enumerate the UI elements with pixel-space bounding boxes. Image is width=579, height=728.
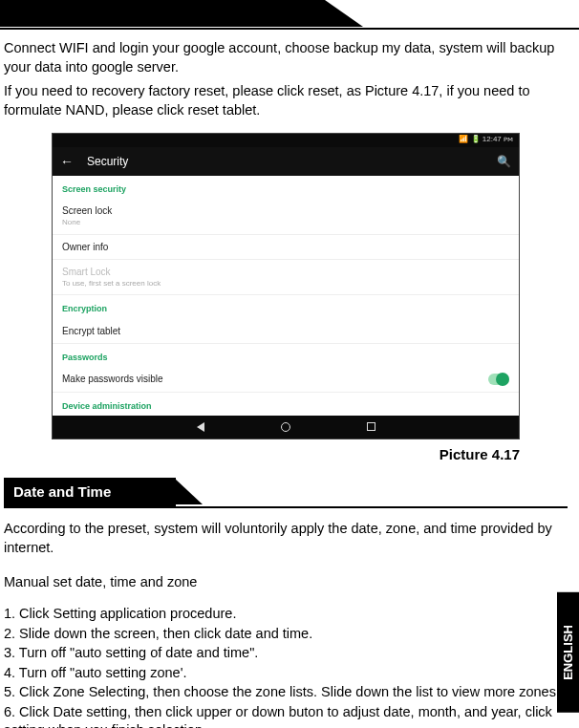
section-encryption: Encryption bbox=[53, 295, 519, 318]
status-right: 📶 🔋 12:47 ᴘᴍ bbox=[459, 135, 513, 143]
step-1: 1. Click Setting application procedure. bbox=[4, 605, 568, 624]
divider bbox=[4, 506, 568, 508]
step-4: 4. Turn off "auto setting zone'. bbox=[4, 664, 568, 683]
nav-bar bbox=[53, 416, 519, 439]
step-3: 3. Turn off "auto setting of date and ti… bbox=[4, 644, 568, 663]
step-6: 6. Click Date setting, then click upper … bbox=[4, 703, 568, 728]
row-password-visible[interactable]: Make passwords visible bbox=[53, 367, 519, 393]
step-5: 5. Click Zone Selecting, then choose the… bbox=[4, 683, 568, 702]
top-banner bbox=[0, 0, 325, 27]
nav-home-icon[interactable] bbox=[281, 422, 290, 432]
password-visible-label: Make passwords visible bbox=[62, 373, 163, 386]
intro-paragraph-2: If you need to recovery factory reset, p… bbox=[4, 82, 568, 119]
row-screen-lock[interactable]: Screen lock None bbox=[53, 199, 519, 234]
language-tab: ENGLISH bbox=[557, 592, 579, 713]
encrypt-tablet-label: Encrypt tablet bbox=[62, 325, 120, 338]
search-icon[interactable]: 🔍 bbox=[497, 154, 511, 169]
screen-title: Security bbox=[87, 154, 128, 169]
smart-lock-sub: To use, first set a screen lock bbox=[62, 279, 161, 289]
title-bar: ← Security 🔍 bbox=[53, 147, 519, 176]
manual-heading: Manual set date, time and zone bbox=[4, 573, 568, 592]
section-screen-security: Screen security bbox=[53, 176, 519, 199]
smart-lock-label: Smart Lock bbox=[62, 266, 161, 279]
nav-back-icon[interactable] bbox=[197, 422, 204, 432]
screen-lock-label: Screen lock bbox=[62, 204, 112, 218]
android-screenshot: 📶 🔋 12:47 ᴘᴍ ← Security 🔍 Screen securit… bbox=[52, 133, 520, 439]
intro-paragraph-1: Connect WIFI and login your google accou… bbox=[4, 39, 568, 76]
row-smart-lock: Smart Lock To use, first set a screen lo… bbox=[53, 260, 519, 295]
row-encrypt-tablet[interactable]: Encrypt tablet bbox=[53, 319, 519, 345]
figure-caption: Picture 4.17 bbox=[4, 445, 568, 464]
status-bar: 📶 🔋 12:47 ᴘᴍ bbox=[53, 134, 519, 147]
back-arrow-icon[interactable]: ← bbox=[60, 153, 74, 171]
steps-list: 1. Click Setting application procedure. … bbox=[4, 605, 568, 728]
section-heading-wrap: Date and Time bbox=[4, 478, 568, 508]
section-passwords: Passwords bbox=[53, 344, 519, 367]
screen-lock-sub: None bbox=[62, 218, 112, 228]
page-content: Connect WIFI and login your google accou… bbox=[0, 30, 579, 728]
step-2: 2. Slide down the screen, then click dat… bbox=[4, 625, 568, 644]
top-black-bar bbox=[0, 0, 325, 27]
row-owner-info[interactable]: Owner info bbox=[53, 235, 519, 261]
owner-info-label: Owner info bbox=[62, 241, 108, 254]
date-time-heading: Date and Time bbox=[4, 478, 176, 506]
date-time-intro: According to the preset, system will vol… bbox=[4, 520, 568, 557]
nav-recent-icon[interactable] bbox=[367, 422, 375, 431]
section-device-admin: Device administration bbox=[53, 393, 519, 416]
password-visible-toggle[interactable] bbox=[488, 374, 509, 385]
